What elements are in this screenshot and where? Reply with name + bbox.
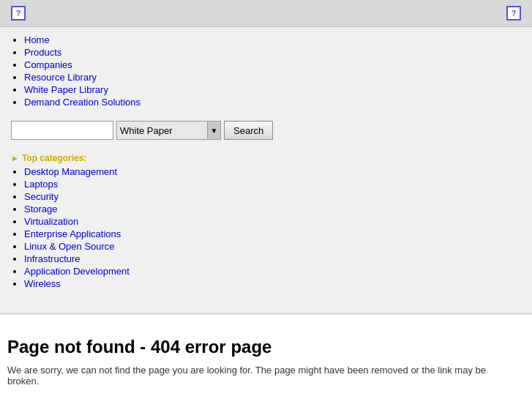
list-item[interactable]: Enterprise Applications — [24, 228, 521, 239]
search-input[interactable] — [11, 121, 113, 140]
nav-item-resource-library[interactable]: Resource Library — [24, 72, 521, 83]
nav-link-resource-library[interactable]: Resource Library — [24, 72, 97, 83]
list-item[interactable]: Laptops — [24, 179, 521, 190]
list-item[interactable]: Security — [24, 191, 521, 202]
top-bar-right: ? — [506, 6, 521, 20]
help-icon-right[interactable]: ? — [506, 6, 521, 20]
nav-list: Home Products Companies Resource Library… — [11, 34, 521, 108]
cat-link-laptops[interactable]: Laptops — [24, 179, 58, 190]
cat-link-infrastructure[interactable]: Infrastructure — [24, 253, 80, 264]
nav-item-products[interactable]: Products — [24, 47, 521, 58]
nav-item-white-paper-library[interactable]: White Paper Library — [24, 84, 521, 95]
select-arrow-icon[interactable]: ▼ — [207, 122, 220, 139]
page-wrapper: ? ? Home Products Companies Resource Lib… — [0, 0, 532, 399]
nav-link-companies[interactable]: Companies — [24, 59, 72, 70]
nav-item-companies[interactable]: Companies — [24, 59, 521, 70]
cat-link-security[interactable]: Security — [24, 191, 59, 202]
list-item[interactable]: Virtualization — [24, 216, 521, 227]
list-item[interactable]: Infrastructure — [24, 253, 521, 264]
cat-link-wireless[interactable]: Wireless — [24, 278, 61, 289]
categories-section: ► Top categories: Desktop Management Lap… — [0, 147, 532, 298]
list-item[interactable]: Linux & Open Source — [24, 241, 521, 252]
nav-section: Home Products Companies Resource Library… — [0, 27, 532, 115]
error-body-text: We are sorry, we can not find the page y… — [7, 365, 517, 387]
nav-link-white-paper-library[interactable]: White Paper Library — [24, 84, 108, 95]
nav-item-home[interactable]: Home — [24, 34, 521, 45]
cat-link-linux-open-source[interactable]: Linux & Open Source — [24, 241, 115, 252]
search-button[interactable]: Search — [224, 121, 273, 140]
arrow-right-icon: ► — [11, 154, 19, 163]
cat-link-storage[interactable]: Storage — [24, 204, 58, 215]
top-bar: ? ? — [0, 0, 532, 27]
list-item[interactable]: Wireless — [24, 278, 521, 289]
list-item[interactable]: Storage — [24, 204, 521, 215]
nav-item-demand-creation[interactable]: Demand Creation Solutions — [24, 97, 521, 108]
nav-link-home[interactable]: Home — [24, 34, 50, 45]
cat-link-desktop-management[interactable]: Desktop Management — [24, 166, 117, 177]
search-bar: White Paper Resource Library Products ▼ … — [0, 115, 532, 147]
nav-link-products[interactable]: Products — [24, 47, 61, 58]
top-categories-heading: Top categories: — [22, 153, 86, 163]
cat-link-virtualization[interactable]: Virtualization — [24, 216, 78, 227]
help-icon-left[interactable]: ? — [11, 6, 26, 20]
categories-list: Desktop Management Laptops Security Stor… — [11, 166, 521, 289]
list-item[interactable]: Application Development — [24, 266, 521, 277]
error-section: Page not found - 404 error page We are s… — [0, 313, 532, 399]
search-type-select[interactable]: White Paper Resource Library Products — [117, 122, 207, 139]
top-categories-label: ► Top categories: — [11, 153, 521, 163]
error-title: Page not found - 404 error page — [7, 337, 517, 357]
search-select-wrapper[interactable]: White Paper Resource Library Products ▼ — [116, 121, 221, 140]
nav-link-demand-creation[interactable]: Demand Creation Solutions — [24, 97, 141, 108]
cat-link-enterprise-applications[interactable]: Enterprise Applications — [24, 228, 121, 239]
list-item[interactable]: Desktop Management — [24, 166, 521, 177]
cat-link-application-development[interactable]: Application Development — [24, 266, 130, 277]
